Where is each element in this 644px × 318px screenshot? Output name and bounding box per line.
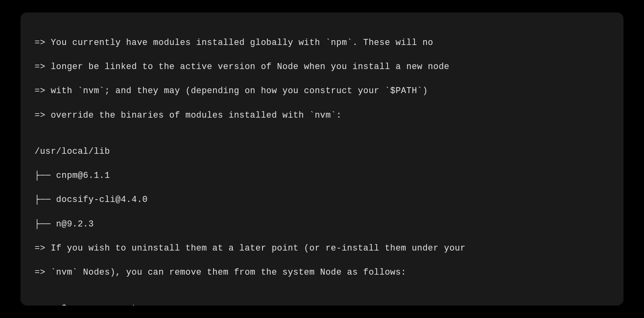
output-line: => `nvm` Nodes), you can remove them fro… xyxy=(35,266,609,278)
terminal-window[interactable]: => You currently have modules installed … xyxy=(21,12,623,306)
output-line: ├── cnpm@6.1.1 xyxy=(35,169,609,181)
output-line: $ nvm use system xyxy=(35,302,609,306)
output-line: => You currently have modules installed … xyxy=(35,37,609,49)
output-line: ├── n@9.2.3 xyxy=(35,218,609,230)
output-line: => If you wish to uninstall them at a la… xyxy=(35,242,609,254)
output-line: ├── docsify-cli@4.4.0 xyxy=(35,194,609,206)
output-line: => longer be linked to the active versio… xyxy=(35,61,609,73)
output-line: => with `nvm`; and they may (depending o… xyxy=(35,85,609,97)
output-line: => override the binaries of modules inst… xyxy=(35,109,609,121)
terminal-output: => You currently have modules installed … xyxy=(35,24,609,306)
output-line: /usr/local/lib xyxy=(35,145,609,157)
